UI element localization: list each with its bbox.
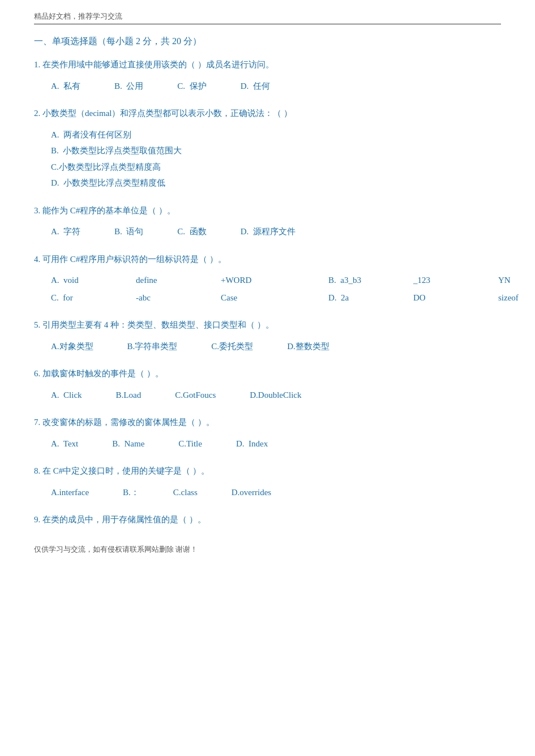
q4-opt-case: Case	[221, 290, 311, 306]
footer-text: 仅供学习与交流，如有侵权请联系网站删除 谢谢！	[34, 545, 198, 553]
question-1: 1. 在类作用域中能够通过直接使用该类的（ ）成员名进行访问。 A. 私有 B.…	[34, 58, 501, 94]
question-9: 9. 在类的成员中，用于存储属性值的是（ ）。	[34, 513, 501, 527]
q6-text: 6. 加载窗体时触发的事件是（ ）。	[34, 367, 501, 381]
q3-option-d: D. 源程序文件	[241, 224, 296, 240]
q4-opt-define: define	[136, 272, 204, 289]
question-8: 8. 在 C#中定义接口时，使用的关键字是（ ）。 A.interface B.…	[34, 464, 501, 500]
q4-row2: C. for -abc Case D. 2a DO sizeof	[51, 290, 501, 306]
q2-option-a: A. 两者没有任何区别	[51, 127, 501, 143]
q4-opt-yn: YN	[498, 272, 511, 289]
q4-opt-123: _123	[413, 272, 481, 289]
q9-text: 9. 在类的成员中，用于存储属性值的是（ ）。	[34, 513, 501, 527]
q3-options: A. 字符 B. 语句 C. 函数 D. 源程序文件	[34, 224, 501, 240]
q1-option-c: C. 保护	[177, 78, 206, 94]
q5-option-b: B.字符串类型	[127, 338, 178, 355]
q8-option-a: A.interface	[51, 484, 89, 501]
q1-text: 1. 在类作用域中能够通过直接使用该类的（ ）成员名进行访问。	[34, 58, 501, 72]
header-text: 精品好文档，推荐学习交流	[34, 12, 122, 20]
q7-text: 7. 改变窗体的标题，需修改的窗体属性是（ ）。	[34, 415, 501, 430]
q5-option-c: C.委托类型	[211, 338, 253, 355]
q2-text: 2. 小数类型（decimal）和浮点类型都可以表示小数，正确说法：（ ）	[34, 106, 501, 121]
q7-option-c: C.Title	[178, 436, 202, 452]
q1-option-d: D. 任何	[241, 78, 270, 94]
q2-option-c: C.小数类型比浮点类型精度高	[51, 159, 501, 175]
header-bar: 精品好文档，推荐学习交流	[34, 11, 501, 24]
q4-opt-d: D. 2a	[328, 290, 396, 306]
q2-options: A. 两者没有任何区别 B. 小数类型比浮点类型取值范围大 C.小数类型比浮点类…	[34, 127, 501, 191]
q5-options: A.对象类型 B.字符串类型 C.委托类型 D.整数类型	[34, 338, 501, 355]
question-7: 7. 改变窗体的标题，需修改的窗体属性是（ ）。 A. Text B. Name…	[34, 415, 501, 452]
q4-opt-sizeof: sizeof	[498, 290, 519, 306]
q1-option-b: B. 公用	[114, 78, 143, 94]
question-5: 5. 引用类型主要有 4 种：类类型、数组类型、接口类型和（ ）。 A.对象类型…	[34, 318, 501, 354]
footer-bar: 仅供学习与交流，如有侵权请联系网站删除 谢谢！	[34, 544, 501, 555]
q7-options: A. Text B. Name C.Title D. Index	[34, 436, 501, 452]
q6-option-a: A. Click	[51, 387, 82, 403]
q2-option-d: D. 小数类型比浮点类型精度低	[51, 175, 501, 191]
q3-option-c: C. 函数	[177, 224, 206, 240]
q8-option-b: B.：	[123, 484, 139, 501]
q1-options: A. 私有 B. 公用 C. 保护 D. 任何	[34, 78, 501, 94]
q5-option-a: A.对象类型	[51, 338, 93, 355]
q4-opt-c: C. for	[51, 290, 119, 306]
question-3: 3. 能作为 C#程序的基本单位是（ ）。 A. 字符 B. 语句 C. 函数 …	[34, 204, 501, 240]
q2-option-b: B. 小数类型比浮点类型取值范围大	[51, 143, 501, 159]
q8-text: 8. 在 C#中定义接口时，使用的关键字是（ ）。	[34, 464, 501, 479]
q4-opt-a: A. void	[51, 272, 119, 289]
q8-options: A.interface B.： C.class D.overrides	[34, 484, 501, 501]
q8-option-c: C.class	[173, 484, 198, 501]
q5-text: 5. 引用类型主要有 4 种：类类型、数组类型、接口类型和（ ）。	[34, 318, 501, 333]
q4-text: 4. 可用作 C#程序用户标识符的一组标识符是（ ）。	[34, 252, 501, 267]
question-6: 6. 加载窗体时触发的事件是（ ）。 A. Click B.Load C.Got…	[34, 367, 501, 403]
q4-opt-do: DO	[413, 290, 481, 306]
q4-row1: A. void define +WORD B. a3_b3 _123 YN	[51, 272, 501, 289]
q8-option-d: D.overrides	[232, 484, 271, 501]
q7-option-b: B. Name	[112, 436, 144, 452]
q7-option-a: A. Text	[51, 436, 78, 452]
q3-option-a: A. 字符	[51, 224, 80, 240]
q5-option-d: D.整数类型	[287, 338, 329, 355]
q4-opt-abc: -abc	[136, 290, 204, 306]
q7-option-d: D. Index	[236, 436, 268, 452]
q6-option-b: B.Load	[116, 387, 142, 403]
section-title: 一、单项选择题（每小题 2 分，共 20 分）	[34, 36, 501, 48]
q4-opt-b: B. a3_b3	[328, 272, 396, 289]
q4-opt-word: +WORD	[221, 272, 311, 289]
q3-text: 3. 能作为 C#程序的基本单位是（ ）。	[34, 204, 501, 218]
q3-option-b: B. 语句	[114, 224, 143, 240]
q4-options: A. void define +WORD B. a3_b3 _123 YN C.…	[34, 272, 501, 306]
q6-option-c: C.GotFoucs	[175, 387, 216, 403]
q6-options: A. Click B.Load C.GotFoucs D.DoubleClick	[34, 387, 501, 403]
question-4: 4. 可用作 C#程序用户标识符的一组标识符是（ ）。 A. void defi…	[34, 252, 501, 306]
q6-option-d: D.DoubleClick	[250, 387, 301, 403]
question-2: 2. 小数类型（decimal）和浮点类型都可以表示小数，正确说法：（ ） A.…	[34, 106, 501, 191]
q1-option-a: A. 私有	[51, 78, 80, 94]
